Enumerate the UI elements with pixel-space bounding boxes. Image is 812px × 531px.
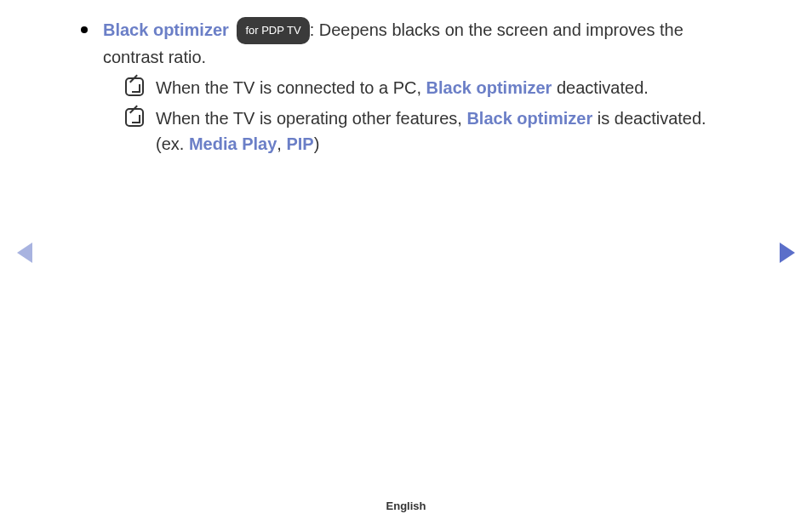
document-content: Black optimizer for PDP TV: Deepens blac… <box>0 0 812 157</box>
inline-feature: Black optimizer <box>466 109 592 128</box>
note-text-part: deactivated. <box>552 78 648 97</box>
desc-prefix: : <box>310 20 319 39</box>
inline-feature: Media Play <box>189 134 277 153</box>
note-text: When the TV is operating other features,… <box>156 106 731 157</box>
bullet-item: Black optimizer for PDP TV: Deepens blac… <box>81 17 731 157</box>
note-item: When the TV is operating other features,… <box>125 106 731 157</box>
inline-feature: Black optimizer <box>426 78 552 97</box>
product-badge: for PDP TV <box>237 17 309 44</box>
footer-language: English <box>0 500 812 512</box>
note-icon <box>125 108 144 127</box>
bullet-text: Black optimizer for PDP TV: Deepens blac… <box>103 17 731 157</box>
note-text-part: , <box>277 134 286 153</box>
feature-title: Black optimizer <box>103 20 229 39</box>
note-text-part: ) <box>314 134 320 153</box>
note-text-part: When the TV is operating other features, <box>156 109 466 128</box>
note-text: When the TV is connected to a PC, Black … <box>156 75 731 100</box>
note-text-part: When the TV is connected to a PC, <box>156 78 426 97</box>
bullet-icon <box>81 26 88 33</box>
next-page-arrow[interactable] <box>780 243 795 263</box>
note-icon <box>125 77 144 96</box>
notes-block: When the TV is connected to a PC, Black … <box>125 75 731 157</box>
inline-feature: PIP <box>286 134 313 153</box>
note-item: When the TV is connected to a PC, Black … <box>125 75 731 100</box>
prev-page-arrow[interactable] <box>17 243 32 263</box>
